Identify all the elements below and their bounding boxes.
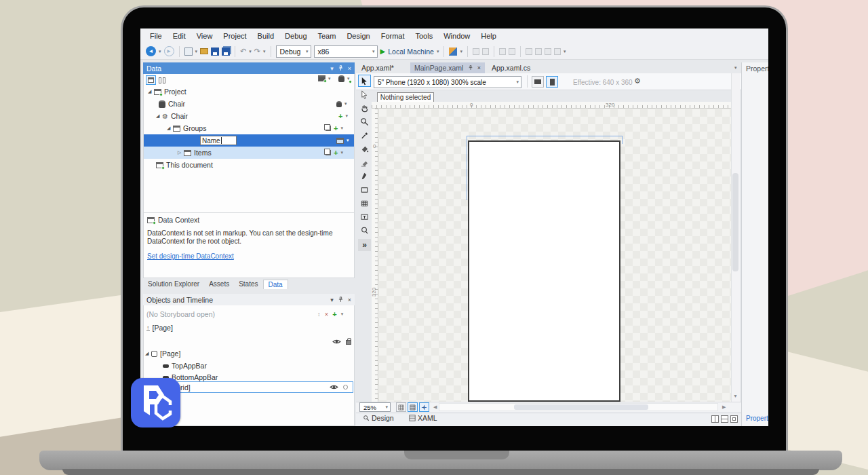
run-play-icon[interactable]: ▶ bbox=[380, 48, 386, 55]
expander-icon[interactable]: ◢ bbox=[148, 89, 154, 94]
tool-textbox[interactable] bbox=[358, 210, 371, 223]
zoom-level-dropdown[interactable]: 25%▾ bbox=[359, 402, 391, 412]
navigate-forward-button[interactable]: ► bbox=[164, 46, 174, 56]
expander-icon[interactable]: ◢ bbox=[156, 113, 162, 119]
objects-timeline-titlebar[interactable]: Objects and Timeline ▾ × bbox=[143, 294, 355, 305]
tab-states[interactable]: States bbox=[234, 280, 262, 289]
groups-row-actions[interactable]: +▾ bbox=[326, 125, 343, 132]
save-icon[interactable] bbox=[211, 48, 219, 56]
objects-close-icon[interactable]: × bbox=[348, 297, 351, 303]
tab-xaml-view[interactable]: XAML bbox=[409, 414, 437, 422]
data-panel-titlebar[interactable]: Data ▾ × bbox=[143, 62, 355, 74]
grid-adorner-left[interactable] bbox=[467, 136, 467, 200]
device-settings-gear-icon[interactable]: ⚙ bbox=[634, 77, 641, 86]
menu-build[interactable]: Build bbox=[252, 32, 279, 40]
add-property-button[interactable]: +▾ bbox=[338, 113, 348, 120]
page-scope-row[interactable]: ↑ [Page] bbox=[144, 322, 354, 334]
pin-icon[interactable] bbox=[338, 64, 344, 72]
tool-eyedropper[interactable] bbox=[358, 129, 371, 141]
create-data-source-button[interactable]: ▾ bbox=[338, 75, 350, 82]
objects-row-topappbar[interactable]: TopAppBar bbox=[144, 360, 354, 372]
objects-row-page[interactable]: ◢ [Page] bbox=[144, 347, 354, 360]
menu-edit[interactable]: Edit bbox=[167, 32, 191, 40]
tree-row-name-selected[interactable]: Name ▾ bbox=[144, 134, 354, 147]
tab-list-caret[interactable]: ▾ bbox=[734, 65, 737, 71]
storyboard-add-icon[interactable]: + bbox=[332, 311, 336, 318]
redo-icon[interactable]: ↷ bbox=[254, 47, 260, 56]
device-dropdown[interactable]: 5" Phone (1920 x 1080) 300% scale▾ bbox=[374, 76, 521, 88]
run-target-label[interactable]: Local Machine bbox=[388, 48, 434, 56]
expander-icon[interactable]: ▷ bbox=[178, 150, 184, 155]
properties-footer-tab[interactable]: Propert bbox=[746, 415, 768, 422]
name-edit-input[interactable]: Name bbox=[200, 136, 237, 145]
menu-tools[interactable]: Tools bbox=[410, 32, 439, 40]
menu-debug[interactable]: Debug bbox=[279, 32, 312, 40]
tool-selection[interactable] bbox=[358, 75, 371, 87]
pin-icon[interactable] bbox=[468, 64, 473, 71]
snap-grid-button[interactable] bbox=[408, 402, 418, 412]
eye-icon[interactable] bbox=[332, 339, 341, 345]
menu-window[interactable]: Window bbox=[438, 32, 475, 40]
hscroll-left-arrow[interactable]: ◀ bbox=[433, 404, 437, 410]
set-datacontext-link[interactable]: Set design-time DataContext bbox=[147, 252, 234, 260]
orientation-portrait-button[interactable] bbox=[546, 76, 558, 88]
hscroll-right-arrow[interactable]: ▶ bbox=[722, 404, 726, 410]
expander-icon[interactable]: ◢ bbox=[145, 351, 151, 356]
menu-team[interactable]: Team bbox=[313, 32, 342, 40]
data-view-list-button[interactable] bbox=[146, 75, 156, 85]
tool-pen[interactable] bbox=[358, 170, 371, 182]
items-row-actions[interactable]: +▾ bbox=[326, 149, 343, 157]
grid-adorner-top[interactable] bbox=[467, 136, 623, 136]
scroll-down-arrow[interactable]: ▼ bbox=[733, 394, 738, 398]
tab-design-view[interactable]: Design bbox=[363, 414, 394, 422]
undo-icon[interactable]: ↶ bbox=[240, 47, 246, 56]
expander-icon[interactable]: ◢ bbox=[167, 126, 173, 131]
show-grid-button[interactable] bbox=[396, 402, 406, 412]
menu-file[interactable]: File bbox=[144, 32, 167, 40]
tool-direct-selection[interactable] bbox=[358, 88, 371, 100]
tab-assets[interactable]: Assets bbox=[204, 280, 234, 289]
storyboard-updown-icon[interactable]: ↕ bbox=[317, 311, 321, 318]
navigate-back-caret[interactable]: ▾ bbox=[159, 49, 161, 54]
tool-assets-expander[interactable]: » bbox=[358, 239, 371, 251]
orientation-landscape-button[interactable] bbox=[532, 76, 544, 88]
run-target-caret[interactable]: ▾ bbox=[437, 49, 439, 54]
menu-help[interactable]: Help bbox=[475, 32, 502, 40]
horizontal-scrollbar-thumb[interactable] bbox=[514, 404, 648, 410]
scope-up-icon[interactable]: ↑ bbox=[146, 325, 150, 331]
tree-row-items[interactable]: ▷ Items +▾ bbox=[144, 147, 354, 159]
tool-pan[interactable] bbox=[358, 102, 371, 114]
expand-pane-icon[interactable] bbox=[730, 415, 738, 423]
tree-row-project[interactable]: ◢ Project bbox=[144, 86, 354, 98]
tab-data[interactable]: Data bbox=[263, 280, 288, 289]
open-file-icon[interactable] bbox=[200, 48, 208, 54]
eye-icon[interactable] bbox=[330, 384, 338, 390]
split-vertical-icon[interactable] bbox=[711, 415, 719, 423]
tree-row-chair-data[interactable]: Chair ▾ bbox=[144, 98, 354, 110]
doc-tab-app-xaml-cs[interactable]: App.xaml.cs bbox=[488, 62, 534, 73]
collapse-icon[interactable] bbox=[184, 48, 193, 56]
snap-snaplines-button[interactable] bbox=[419, 402, 429, 412]
tree-row-chair-class[interactable]: ◢ ⚙ Chair +▾ bbox=[144, 110, 354, 122]
vertical-scrollbar-thumb[interactable] bbox=[732, 173, 738, 271]
menu-format[interactable]: Format bbox=[376, 32, 410, 40]
tool-grid[interactable] bbox=[358, 197, 371, 209]
tool-rectangle[interactable] bbox=[358, 183, 371, 195]
close-tab-icon[interactable]: × bbox=[477, 64, 481, 71]
artboard-page-canvas[interactable] bbox=[468, 140, 620, 402]
data-source-options-button[interactable]: ▾ bbox=[336, 101, 347, 107]
tree-row-this-document[interactable]: This document bbox=[144, 159, 354, 171]
selection-breadcrumb[interactable]: Nothing selected bbox=[377, 92, 434, 102]
tool-zoom[interactable] bbox=[358, 115, 371, 128]
objects-menu-caret[interactable]: ▾ bbox=[330, 297, 334, 303]
grid-adorner-right[interactable] bbox=[622, 136, 623, 144]
split-horizontal-icon[interactable] bbox=[721, 415, 728, 423]
data-panel-menu-caret[interactable]: ▾ bbox=[330, 65, 334, 72]
name-type-button[interactable]: ▾ bbox=[336, 138, 349, 144]
data-panel-close-icon[interactable]: × bbox=[348, 65, 351, 72]
navigate-back-button[interactable]: ◄ bbox=[146, 46, 156, 56]
tool-eraser[interactable] bbox=[358, 156, 371, 168]
lock-toggle-icon[interactable] bbox=[343, 385, 348, 390]
undo-caret[interactable]: ▾ bbox=[249, 49, 252, 54]
data-view-split-button[interactable] bbox=[159, 76, 167, 84]
